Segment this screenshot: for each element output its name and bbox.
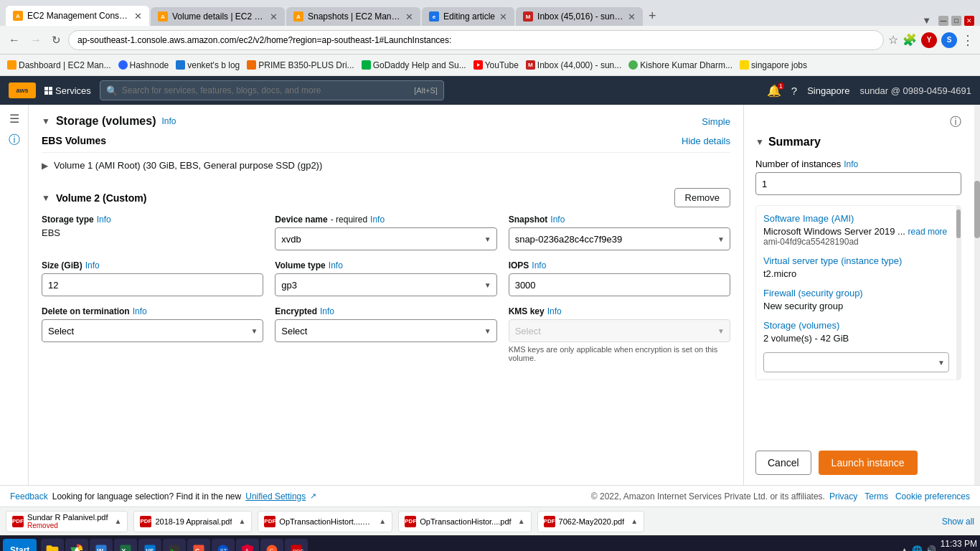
snapshot-info-link[interactable]: Info: [550, 215, 565, 225]
taskbar-up-arrow-icon[interactable]: ▲: [900, 545, 909, 552]
extra-dropdown[interactable]: [763, 352, 949, 372]
page-scrollbar[interactable]: [974, 105, 980, 485]
taskbar-chrome-icon[interactable]: [65, 539, 88, 552]
kms-info-link[interactable]: Info: [547, 306, 562, 316]
volume2-collapse-icon[interactable]: ▼: [42, 193, 50, 203]
iops-input[interactable]: [509, 273, 730, 296]
aws-logo[interactable]: aws: [9, 83, 36, 98]
download-expand-4[interactable]: ▲: [518, 517, 525, 525]
iops-info-link[interactable]: Info: [532, 260, 546, 270]
summary-info-icon[interactable]: ⓘ: [950, 115, 961, 130]
back-button[interactable]: ←: [6, 32, 23, 48]
start-button[interactable]: Start: [3, 539, 37, 552]
volume-type-select[interactable]: gp3: [275, 273, 496, 296]
aws-search-box[interactable]: 🔍 [Alt+S]: [100, 80, 444, 100]
read-more-link[interactable]: read more: [908, 227, 948, 237]
delete-on-termination-select[interactable]: Select: [42, 319, 263, 342]
bookmark-inbox[interactable]: M Inbox (44,000) - sun...: [526, 60, 621, 70]
address-input[interactable]: [68, 30, 884, 50]
bookmark-ec2[interactable]: Dashboard | EC2 Man...: [7, 60, 111, 70]
storage-summary-link[interactable]: Storage (volumes): [763, 320, 949, 331]
encrypted-select[interactable]: Select: [275, 319, 496, 342]
taskbar-clock[interactable]: 11:33 PM 21-Sep-22: [941, 538, 977, 551]
bookmark-godaddy[interactable]: GoDaddy Help and Su...: [362, 60, 466, 70]
taskbar-explorer-icon[interactable]: [41, 539, 64, 552]
tab-close-4[interactable]: ✕: [499, 11, 507, 22]
launch-instance-button[interactable]: Launch instance: [819, 451, 918, 475]
volume1-expand-icon[interactable]: ▶: [42, 161, 48, 171]
bookmark-prime[interactable]: PRIME B350-PLUS Dri...: [247, 60, 354, 70]
taskbar-acrobat-icon[interactable]: PDF: [285, 539, 308, 552]
tab-overflow-button[interactable]: ▼: [919, 15, 934, 26]
size-info-link[interactable]: Info: [85, 260, 100, 270]
num-instances-input[interactable]: [755, 172, 961, 195]
storage-info-link[interactable]: Info: [161, 116, 176, 126]
tab-ec2[interactable]: A EC2 Management Console ✕: [6, 6, 149, 26]
forward-button[interactable]: →: [27, 32, 44, 48]
user-menu[interactable]: sundar @ 0989-0459-4691: [859, 85, 971, 96]
tab-close-5[interactable]: ✕: [628, 11, 636, 22]
remove-button[interactable]: Remove: [674, 188, 730, 207]
download-expand-3[interactable]: ▲: [379, 517, 386, 525]
cancel-button[interactable]: Cancel: [755, 451, 811, 475]
snapshot-select[interactable]: snap-0236a28c4cc7f9e39: [509, 227, 730, 250]
profile-icon[interactable]: S: [941, 32, 957, 48]
privacy-link[interactable]: Privacy: [829, 491, 857, 501]
taskbar-terminal-icon[interactable]: >_: [163, 539, 186, 552]
download-expand-5[interactable]: ▲: [631, 517, 638, 525]
taskbar-browser2-icon[interactable]: C: [260, 539, 283, 552]
taskbar-volume-icon[interactable]: 🔊: [925, 545, 936, 552]
feedback-link-label[interactable]: Feedback: [10, 491, 48, 501]
sidebar-menu-icon[interactable]: ☰: [9, 112, 19, 126]
download-expand-2[interactable]: ▲: [238, 517, 245, 525]
firewall-link[interactable]: Firewall (security group): [763, 288, 949, 298]
notification-icon[interactable]: 🔔1: [767, 84, 781, 98]
tab-volume-details[interactable]: A Volume details | EC2 Management... ✕: [151, 7, 285, 26]
num-instances-info-link[interactable]: Info: [844, 159, 858, 169]
taskbar-vscode-icon[interactable]: VS: [138, 539, 161, 552]
tab-close-2[interactable]: ✕: [270, 11, 278, 22]
unified-settings-link[interactable]: Unified Settings: [245, 491, 306, 501]
cookie-preferences-link[interactable]: Cookie preferences: [895, 491, 970, 501]
sidebar-info-icon[interactable]: ⓘ: [9, 133, 20, 148]
device-name-info-link[interactable]: Info: [370, 215, 385, 225]
bookmark-venket[interactable]: venket's b log: [176, 60, 240, 70]
tab-close-3[interactable]: ✕: [405, 11, 413, 22]
simple-link[interactable]: Simple: [702, 116, 730, 127]
device-name-select[interactable]: xvdb: [275, 227, 496, 250]
terms-link[interactable]: Terms: [864, 491, 888, 501]
software-image-link[interactable]: Software Image (AMI): [763, 213, 949, 224]
yam-icon[interactable]: Y: [921, 32, 937, 48]
tab-editing[interactable]: e Editing article ✕: [422, 7, 514, 26]
storage-type-info-link[interactable]: Info: [97, 215, 111, 225]
hide-details-link[interactable]: Hide details: [682, 136, 730, 146]
bookmark-kishore[interactable]: Kishore Kumar Dharm...: [628, 60, 732, 70]
search-input[interactable]: [122, 85, 410, 95]
taskbar-sourcetree-icon[interactable]: ST: [212, 539, 235, 552]
taskbar-excel-icon[interactable]: X: [114, 539, 137, 552]
volume-type-info-link[interactable]: Info: [329, 260, 343, 270]
new-tab-button[interactable]: +: [644, 6, 661, 26]
services-button[interactable]: Services: [44, 85, 91, 96]
tab-close-1[interactable]: ✕: [134, 11, 142, 22]
virtual-server-link[interactable]: Virtual server type (instance type): [763, 255, 949, 266]
tab-snapshots[interactable]: A Snapshots | EC2 Management Con... ✕: [286, 7, 420, 26]
extensions-icon[interactable]: 🧩: [903, 33, 917, 47]
tab-inbox[interactable]: M Inbox (45,016) - sundargac@gma... ✕: [516, 7, 643, 26]
download-expand-1[interactable]: ▲: [115, 517, 122, 525]
taskbar-word-icon[interactable]: W: [90, 539, 113, 552]
delete-info-link[interactable]: Info: [133, 306, 147, 316]
bookmark-youtube[interactable]: YouTube: [473, 60, 519, 70]
size-input[interactable]: [42, 273, 263, 296]
minimize-button[interactable]: —: [938, 16, 948, 26]
taskbar-git-icon[interactable]: G: [187, 539, 210, 552]
section-collapse-icon[interactable]: ▼: [42, 116, 50, 126]
encrypted-info-link[interactable]: Info: [320, 306, 334, 316]
show-all-button[interactable]: Show all: [942, 517, 974, 527]
bookmark-hashnode[interactable]: Hashnode: [118, 60, 169, 70]
close-window-button[interactable]: ✕: [964, 16, 974, 26]
bookmark-star-icon[interactable]: ☆: [888, 33, 898, 47]
reload-button[interactable]: ↻: [49, 32, 64, 48]
maximize-button[interactable]: □: [951, 16, 961, 26]
taskbar-network-icon[interactable]: 🌐: [912, 545, 923, 552]
